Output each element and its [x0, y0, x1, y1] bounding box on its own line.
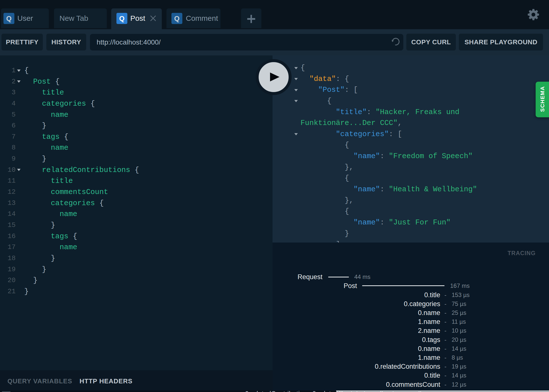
- svg-text:SCHEMA: SCHEMA: [539, 86, 546, 112]
